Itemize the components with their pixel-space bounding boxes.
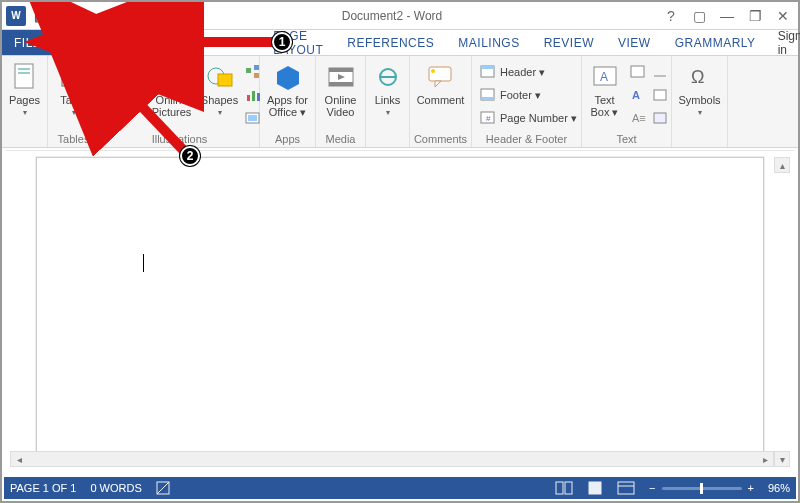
- tab-grammarly[interactable]: GRAMMARLY: [663, 30, 768, 55]
- comment-icon: [426, 62, 456, 92]
- close-button[interactable]: ✕: [774, 8, 792, 24]
- video-icon: [326, 62, 356, 92]
- date-time-button[interactable]: [652, 85, 670, 105]
- annotation-badge-2: 2: [180, 146, 200, 166]
- comment-button[interactable]: Comment: [416, 60, 466, 106]
- object-button[interactable]: [652, 108, 670, 128]
- group-tables-label: Tables: [58, 132, 90, 145]
- group-comments-label: Comments: [414, 132, 467, 145]
- symbols-button[interactable]: Ω Symbols ▾: [675, 60, 725, 117]
- svg-rect-50: [556, 482, 563, 494]
- shapes-icon: [205, 62, 235, 92]
- window-title: Document2 - Word: [122, 9, 662, 23]
- svg-line-49: [157, 482, 169, 494]
- omega-icon: Ω: [685, 62, 715, 92]
- online-video-label: Online Video: [316, 94, 366, 118]
- pictures-icon: [106, 62, 136, 92]
- group-illustrations: Pictures Online Pictures Shapes ▾: [100, 56, 260, 147]
- print-layout-icon[interactable]: [587, 481, 603, 495]
- svg-rect-14: [218, 74, 232, 86]
- ribbon-tabs: FILE HOME INSERT DESIGN PAGE LAYOUT REFE…: [2, 30, 798, 56]
- svg-rect-30: [429, 67, 451, 81]
- tab-file[interactable]: FILE: [2, 30, 53, 55]
- quick-parts-button[interactable]: [630, 62, 648, 82]
- pictures-label: Pictures: [101, 94, 141, 106]
- chevron-down-icon: ▾: [218, 108, 222, 117]
- page-number-button[interactable]: # Page Number ▾: [480, 108, 577, 128]
- restore-button[interactable]: ❐: [746, 8, 764, 24]
- zoom-level[interactable]: 96%: [768, 482, 790, 494]
- document-area: ▴ ◂ ▸ ▾: [6, 150, 794, 475]
- sign-in-link[interactable]: Sign in: [768, 30, 800, 55]
- annotation-badge-1: 1: [272, 32, 292, 52]
- svg-text:Ω: Ω: [691, 67, 704, 87]
- help-button[interactable]: ?: [662, 8, 680, 24]
- links-label: Links: [375, 94, 401, 106]
- pages-label: Pages: [9, 94, 40, 106]
- page-number-label: Page Number ▾: [500, 112, 577, 125]
- scroll-right-icon[interactable]: ▸: [757, 454, 773, 465]
- group-text: A Text Box ▾ A A≡ Text: [582, 56, 672, 147]
- ribbon-options-button[interactable]: ▢: [690, 8, 708, 24]
- header-button[interactable]: Header ▾: [480, 62, 577, 82]
- status-page[interactable]: PAGE 1 OF 1: [10, 482, 76, 494]
- zoom-in-button[interactable]: +: [748, 482, 754, 494]
- read-mode-icon[interactable]: [555, 481, 573, 495]
- group-symbols: Ω Symbols ▾: [672, 56, 728, 147]
- svg-rect-53: [618, 482, 634, 494]
- link-icon: [373, 62, 403, 92]
- scroll-left-icon[interactable]: ◂: [11, 454, 27, 465]
- header-label: Header ▾: [500, 66, 545, 79]
- page-number-icon: #: [480, 111, 496, 125]
- chevron-down-icon: ▾: [386, 108, 390, 117]
- tab-review[interactable]: REVIEW: [532, 30, 606, 55]
- shapes-button[interactable]: Shapes ▾: [199, 60, 241, 117]
- scroll-down-button[interactable]: ▾: [774, 451, 790, 467]
- svg-rect-17: [254, 73, 259, 78]
- tab-references[interactable]: REFERENCES: [335, 30, 446, 55]
- signature-line-button[interactable]: [652, 62, 670, 82]
- minimize-button[interactable]: —: [718, 8, 736, 24]
- table-button[interactable]: Table ▾: [49, 60, 99, 117]
- group-text-label: Text: [616, 132, 636, 145]
- wordart-button[interactable]: A: [630, 85, 648, 105]
- chevron-down-icon: ▾: [72, 108, 76, 117]
- zoom-slider[interactable]: [662, 487, 742, 490]
- svg-rect-16: [254, 65, 259, 70]
- apps-for-office-button[interactable]: Apps for Office ▾: [263, 60, 313, 118]
- redo-icon[interactable]: ↻: [80, 7, 98, 25]
- apps-icon: [273, 62, 303, 92]
- title-bar: W 💾 ↶ ↻ ▾ Document2 - Word ? ▢ — ❐ ✕: [2, 2, 798, 30]
- web-layout-icon[interactable]: [617, 481, 635, 495]
- footer-button[interactable]: Footer ▾: [480, 85, 577, 105]
- apps-label: Apps for Office ▾: [263, 94, 313, 118]
- save-icon[interactable]: 💾: [32, 7, 50, 25]
- status-words[interactable]: 0 WORDS: [90, 482, 141, 494]
- scroll-up-button[interactable]: ▴: [774, 157, 790, 173]
- horizontal-scrollbar[interactable]: ◂ ▸: [10, 451, 774, 467]
- pictures-button[interactable]: Pictures: [97, 60, 145, 106]
- online-video-button[interactable]: Online Video: [316, 60, 366, 118]
- tab-insert[interactable]: INSERT: [115, 30, 188, 56]
- svg-rect-22: [248, 115, 257, 121]
- tab-home[interactable]: HOME: [53, 30, 115, 55]
- links-button[interactable]: Links ▾: [363, 60, 413, 117]
- tab-mailings[interactable]: MAILINGS: [446, 30, 531, 55]
- undo-icon[interactable]: ↶: [56, 7, 74, 25]
- page-canvas[interactable]: [36, 157, 764, 455]
- text-box-button[interactable]: A Text Box ▾: [584, 60, 626, 118]
- online-pictures-button[interactable]: Online Pictures: [149, 60, 195, 118]
- svg-marker-23: [277, 66, 299, 90]
- qat-customize-icon[interactable]: ▾: [104, 7, 122, 25]
- svg-rect-0: [15, 64, 33, 88]
- svg-text:A: A: [600, 70, 608, 84]
- group-media: Online Video Media: [316, 56, 366, 147]
- tab-design[interactable]: DESIGN: [188, 30, 261, 55]
- pages-button[interactable]: Pages ▾: [2, 60, 50, 117]
- zoom-out-button[interactable]: −: [649, 482, 655, 494]
- proofing-icon[interactable]: [156, 481, 172, 495]
- svg-rect-26: [329, 82, 353, 86]
- drop-cap-button[interactable]: A≡: [630, 108, 648, 128]
- group-illustrations-label: Illustrations: [152, 132, 208, 145]
- tab-view[interactable]: VIEW: [606, 30, 663, 55]
